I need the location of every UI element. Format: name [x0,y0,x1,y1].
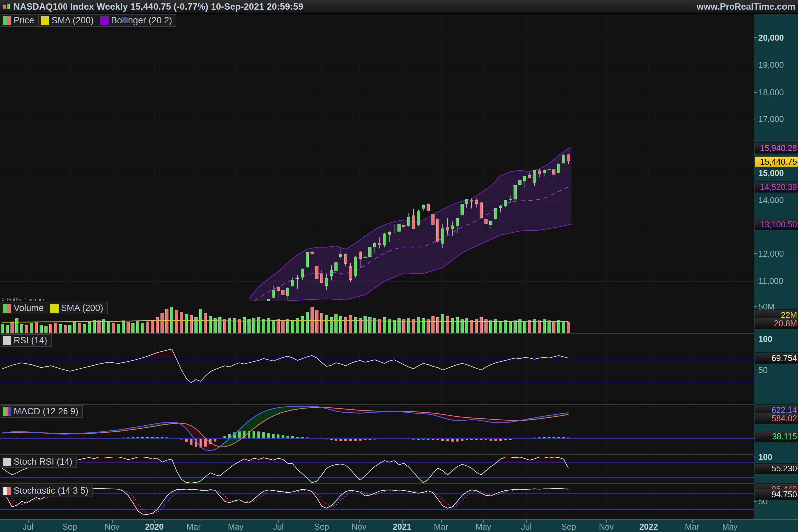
y-axis-tick [755,64,757,65]
x-axis-label: Jul [23,522,33,532]
x-axis-label: Jul [273,522,284,532]
prorealtime-link[interactable]: www.ProRealTime.com [697,2,798,12]
y-axis-tick [755,92,757,93]
legend-price-label: Price [14,15,34,25]
y-axis-label: 50 [758,365,768,375]
instrument-title: NASDAQ100 Index Weekly 15,440.75 (-0.77%… [13,2,303,12]
volume-sma-swatch-icon [50,304,58,312]
panel-separator[interactable] [0,404,798,405]
price-axis[interactable]: 20,00019,00018,00017,00015,00014,00012,0… [754,13,798,519]
y-axis-tick [755,306,757,307]
panel-separator[interactable] [0,301,798,301]
y-axis-label: 18,000 [758,88,784,97]
y-axis-label: 20,000 [758,33,784,42]
legend-stochastic[interactable]: Stochastic (14 3 5) [1,485,93,497]
rsi-swatch-icon [3,337,11,345]
legend-volume-sma-label: SMA (200) [61,303,103,313]
x-axis-label: 2022 [640,522,658,532]
y-axis-label: 100 [758,452,773,462]
panel-separator[interactable] [0,483,798,484]
sma-swatch-icon [41,16,49,25]
header-bar: NASDAQ100 Index Weekly 15,440.75 (-0.77%… [0,0,798,14]
x-axis-label: 2020 [145,522,164,532]
axis-value-box: 20.8M [755,318,798,329]
legend-sma-label: SMA (200) [52,15,94,25]
legend-bollinger[interactable]: Bollinger (20 2) [98,14,176,26]
macd-swatch-icon [3,407,11,416]
x-axis-label: May [228,522,243,532]
legend-stoch-rsi[interactable]: Stoch RSI (14) [1,456,77,468]
x-axis-label: Jul [521,522,532,532]
x-axis-label: Sep [62,522,77,532]
legend-macd-label: MACD (12 26 9) [14,406,78,417]
stochastic-swatch-icon [3,487,11,495]
legend-rsi[interactable]: RSI (14) [1,335,52,347]
x-axis-label: Mar [685,522,699,532]
axis-value-box: 13,100.50 [755,219,798,230]
legend-price[interactable]: Price [1,14,39,26]
x-axis-label: Mar [186,522,201,532]
axis-value-box: 94.750 [755,489,798,500]
x-axis-label: 2021 [393,522,411,532]
y-axis-label: 11,000 [758,276,783,286]
axis-value-box: 38.115 [755,431,798,442]
y-axis-tick [755,501,757,502]
chart-canvas[interactable] [0,0,798,532]
y-axis-label: 100 [758,335,773,344]
y-axis-tick [755,457,757,457]
time-axis[interactable]: JulSepNov2020MarMayJulSepNov2021MarMayJu… [0,519,798,532]
legend-stochastic-label: Stochastic (14 3 5) [14,486,89,496]
x-axis-label: Mar [434,522,448,532]
watermark: © ProRealTime.com [2,297,44,302]
legend-volume-sma[interactable]: SMA (200) [48,302,108,314]
price-swatch-icon [3,16,11,25]
panel-separator[interactable] [0,333,798,334]
x-axis-label: Nov [352,522,366,532]
x-axis-label: Sep [314,522,329,532]
axis-value-box: 15,940.28 [755,142,798,154]
legend-macd[interactable]: MACD (12 26 9) [1,405,83,418]
y-axis-label: 15,000 [758,168,784,178]
y-axis-label: 14,000 [758,195,784,205]
y-axis-tick [755,200,757,201]
instrument-candlestick-icon [2,2,11,11]
legend-volume[interactable]: Volume [1,302,48,314]
y-axis-label: 12,000 [758,249,784,259]
prorealtime-workstation: NASDAQ100 Index Weekly 15,440.75 (-0.77%… [0,0,798,532]
y-axis-tick [755,281,757,281]
legend-stoch-rsi-label: Stoch RSI (14) [14,457,73,467]
axis-value-box: 15,440.75 [755,156,798,167]
y-axis-tick [755,370,757,370]
axis-value-box: 14,520.39 [755,182,798,192]
x-axis-label: May [722,522,738,532]
panel-separator[interactable] [0,454,798,455]
y-axis-label: 17,000 [758,114,784,124]
y-axis-tick [755,339,757,340]
volume-swatch-icon [3,304,11,312]
axis-value-box: 69.754 [755,353,798,364]
y-axis-tick [755,173,757,173]
x-axis-label: Sep [561,522,576,532]
axis-value-box: 584.02 [755,413,798,424]
bollinger-swatch-icon [100,16,109,25]
axis-value-box: 55.230 [755,463,798,474]
y-axis-tick [755,119,757,119]
legend-bollinger-label: Bollinger (20 2) [111,15,172,25]
y-axis-tick [755,253,757,254]
legend-rsi-label: RSI (14) [14,336,47,346]
legend-sma[interactable]: SMA (200) [39,14,98,26]
y-axis-tick [755,37,757,38]
x-axis-label: Nov [599,522,614,532]
x-axis-label: Nov [105,522,119,532]
x-axis-label: May [475,522,491,532]
legend-volume-label: Volume [14,303,43,313]
stoch-rsi-swatch-icon [3,457,11,466]
y-axis-label: 19,000 [758,60,784,70]
